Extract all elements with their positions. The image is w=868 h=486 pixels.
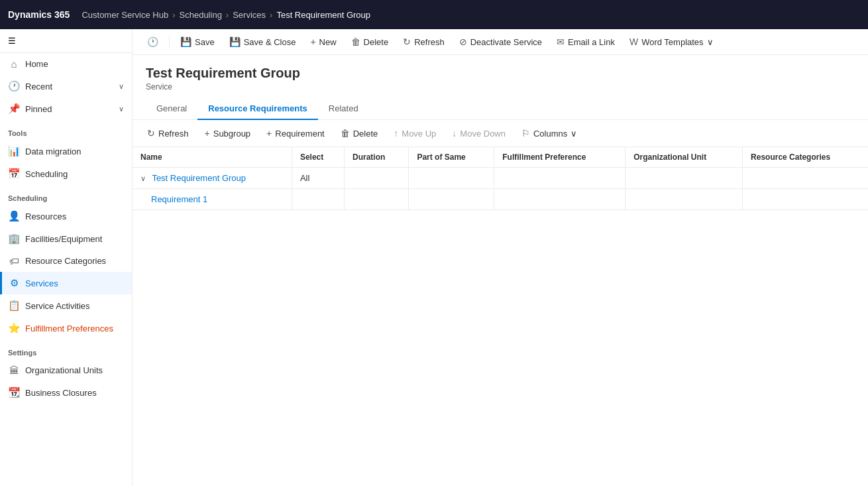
save-icon: 💾 xyxy=(180,36,191,47)
resource-categories-icon: 🏷 xyxy=(8,255,20,267)
sub-refresh-label: Refresh xyxy=(158,129,189,139)
col-part-of-same: Part of Same xyxy=(409,147,494,168)
deactivate-button[interactable]: ⊘ Deactivate Service xyxy=(453,33,549,50)
delete-button[interactable]: 🗑 Delete xyxy=(345,33,396,50)
delete-label: Delete xyxy=(364,37,389,47)
sidebar-business-closures-label: Business Closures xyxy=(25,388,97,398)
word-templates-chevron: ∨ xyxy=(707,37,714,47)
sidebar-toggle[interactable]: ☰ xyxy=(0,29,132,53)
req-resource-cats-cell xyxy=(743,189,868,210)
page-header: Test Requirement Group Service xyxy=(133,55,868,91)
main-layout: ☰ ⌂ Home 🕐 Recent ∨ 📌 Pinned ∨ Tools 📊 D… xyxy=(0,29,868,486)
deactivate-icon: ⊘ xyxy=(459,36,467,47)
sidebar-item-resource-categories[interactable]: 🏷 Resource Categories xyxy=(0,250,132,272)
requirement-icon: + xyxy=(266,128,272,139)
sub-toolbar: ↻ Refresh + Subgroup + Requirement 🗑 Del… xyxy=(133,120,868,147)
sidebar-item-scheduling[interactable]: 📅 Scheduling xyxy=(0,162,132,185)
scheduling-icon: 📅 xyxy=(8,168,20,180)
sub-delete-button[interactable]: 🗑 Delete xyxy=(334,125,385,141)
brand-label: Dynamics 365 xyxy=(8,9,70,20)
sidebar-item-home[interactable]: ⌂ Home xyxy=(0,53,132,75)
sidebar-org-units-label: Organizational Units xyxy=(25,365,103,375)
subgroup-button[interactable]: + Subgroup xyxy=(198,125,258,141)
save-button[interactable]: 💾 Save xyxy=(174,33,221,50)
top-nav: Dynamics 365 Customer Service Hub › Sche… xyxy=(0,0,868,29)
sidebar-fulfillment-label: Fulfillment Preferences xyxy=(25,324,113,334)
tab-related[interactable]: Related xyxy=(318,98,369,120)
sidebar-resource-categories-label: Resource Categories xyxy=(25,256,106,266)
tab-resource-requirements[interactable]: Resource Requirements xyxy=(197,98,318,120)
sidebar-data-migration-label: Data migration xyxy=(25,147,81,156)
requirement-button[interactable]: + Requirement xyxy=(260,125,331,141)
req-fulfillment-cell xyxy=(494,189,625,210)
table-row: ∨ Test Requirement Group All xyxy=(133,168,868,189)
sidebar-scheduling-label: Scheduling xyxy=(25,169,68,179)
history-button[interactable]: 🕐 xyxy=(140,33,165,50)
move-up-button[interactable]: ↑ Move Up xyxy=(387,125,443,141)
move-up-label: Move Up xyxy=(402,129,436,139)
sidebar-item-data-migration[interactable]: 📊 Data migration xyxy=(0,140,132,162)
sidebar-resources-label: Resources xyxy=(25,212,66,221)
new-button[interactable]: + New xyxy=(303,33,343,50)
col-resource-categories: Resource Categories xyxy=(743,147,868,168)
sidebar-item-org-units[interactable]: 🏛 Organizational Units xyxy=(0,359,132,381)
facilities-icon: 🏢 xyxy=(8,233,20,245)
req-name-link[interactable]: Requirement 1 xyxy=(151,194,207,204)
tabs: General Resource Requirements Related xyxy=(133,91,868,120)
sidebar-item-services[interactable]: ⚙ Services xyxy=(0,272,132,294)
breadcrumb-scheduling[interactable]: Scheduling xyxy=(180,10,222,20)
sidebar-item-pinned[interactable]: 📌 Pinned ∨ xyxy=(0,97,132,120)
home-icon: ⌂ xyxy=(8,58,20,70)
expand-icon[interactable]: ∨ xyxy=(140,174,146,182)
table-header-row: Name Select Duration Part of Same Fulfil… xyxy=(133,147,868,168)
sidebar-item-fulfillment-preferences[interactable]: ⭐ Fulfillment Preferences xyxy=(0,317,132,339)
move-up-icon: ↑ xyxy=(394,128,398,139)
group-select-cell: All xyxy=(292,168,344,189)
group-org-unit-cell xyxy=(625,168,743,189)
email-link-button[interactable]: ✉ Email a Link xyxy=(550,33,622,50)
columns-icon: ⚐ xyxy=(521,128,530,139)
org-units-icon: 🏛 xyxy=(8,365,20,376)
col-fulfillment-pref: Fulfillment Preference xyxy=(494,147,625,168)
service-activities-icon: 📋 xyxy=(8,300,20,312)
breadcrumb-services[interactable]: Services xyxy=(233,10,266,20)
move-down-label: Move Down xyxy=(460,129,506,139)
col-select: Select xyxy=(292,147,344,168)
subgroup-label: Subgroup xyxy=(213,129,250,139)
refresh-icon: ↻ xyxy=(403,36,411,47)
move-down-icon: ↓ xyxy=(452,128,457,139)
tab-general[interactable]: General xyxy=(146,98,197,120)
delete-icon: 🗑 xyxy=(351,36,360,47)
sub-refresh-button[interactable]: ↻ Refresh xyxy=(140,125,195,141)
email-icon: ✉ xyxy=(557,36,565,47)
section-scheduling: Scheduling xyxy=(0,185,132,205)
breadcrumb-sep-2: › xyxy=(226,10,229,20)
sidebar-recent-label: Recent xyxy=(25,82,52,91)
word-templates-button[interactable]: W Word Templates ∨ xyxy=(623,33,720,50)
sidebar-item-recent[interactable]: 🕐 Recent ∨ xyxy=(0,75,132,97)
sidebar-facilities-label: Facilities/Equipment xyxy=(25,234,102,244)
word-templates-label: Word Templates xyxy=(641,37,703,47)
group-duration-cell xyxy=(345,168,409,189)
main-toolbar: 🕐 💾 Save 💾 Save & Close + New 🗑 Delete ↻ xyxy=(133,29,868,55)
sidebar-item-business-closures[interactable]: 📆 Business Closures xyxy=(0,381,132,404)
sidebar-item-facilities[interactable]: 🏢 Facilities/Equipment xyxy=(0,227,132,250)
section-tools: Tools xyxy=(0,120,132,140)
refresh-button[interactable]: ↻ Refresh xyxy=(396,33,451,50)
section-settings: Settings xyxy=(0,339,132,359)
columns-chevron: ∨ xyxy=(570,129,577,139)
sidebar-item-resources[interactable]: 👤 Resources xyxy=(0,205,132,227)
breadcrumb-nav-app[interactable]: Customer Service Hub xyxy=(81,10,168,20)
columns-button[interactable]: ⚐ Columns ∨ xyxy=(515,125,584,141)
content-area: 🕐 💾 Save 💾 Save & Close + New 🗑 Delete ↻ xyxy=(133,29,868,486)
breadcrumb: Customer Service Hub › Scheduling › Serv… xyxy=(81,10,370,20)
save-close-label: Save & Close xyxy=(244,37,296,47)
sidebar: ☰ ⌂ Home 🕐 Recent ∨ 📌 Pinned ∨ Tools 📊 D… xyxy=(0,29,133,486)
group-fulfillment-cell xyxy=(494,168,625,189)
move-down-button[interactable]: ↓ Move Down xyxy=(445,125,512,141)
fulfillment-pref-icon: ⭐ xyxy=(8,322,20,334)
sidebar-item-service-activities[interactable]: 📋 Service Activities xyxy=(0,294,132,317)
sidebar-pinned-label: Pinned xyxy=(25,104,52,114)
save-close-button[interactable]: 💾 Save & Close xyxy=(223,33,303,50)
group-name-link[interactable]: Test Requirement Group xyxy=(152,173,246,183)
